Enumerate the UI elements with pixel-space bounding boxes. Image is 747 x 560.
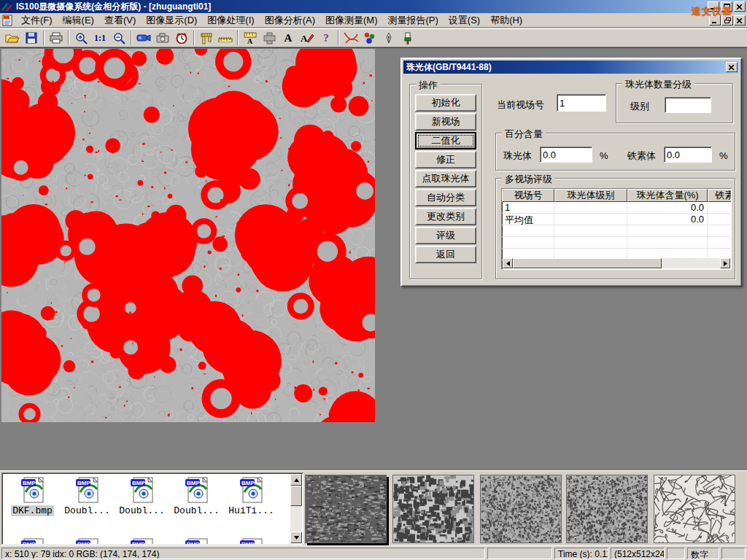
file-name[interactable]: Doubl...: [63, 505, 111, 516]
menu-help[interactable]: 帮助(H): [485, 12, 527, 28]
phase-count-icon[interactable]: [360, 30, 379, 46]
specimen-image[interactable]: [1, 49, 375, 422]
menu-edit[interactable]: 编辑(E): [58, 12, 99, 28]
thumbnail-image[interactable]: [654, 475, 735, 543]
video-camera-icon[interactable]: [134, 30, 153, 46]
toolbar-separator: [43, 31, 44, 45]
file-browser[interactable]: BMP DKF.bmp BMP Doubl... BMP Doubl... BM…: [1, 472, 303, 545]
col-grade: 珠光体级别: [554, 189, 627, 202]
auto-classify-button[interactable]: 自动分类: [415, 189, 476, 206]
scroll-up-icon[interactable]: [290, 474, 302, 486]
file-name[interactable]: Doubl...: [117, 505, 166, 516]
file-list-scrollbar[interactable]: [290, 474, 302, 543]
scrollbar-thumb[interactable]: [290, 486, 302, 506]
multifield-group: 多视场评级 视场号 珠光体级别 珠光体含量(%) 铁素体 1 0.0: [495, 178, 735, 279]
actual-size-icon[interactable]: 1:1: [90, 30, 109, 46]
dialog-close-button[interactable]: [726, 62, 738, 72]
caliper-icon[interactable]: [197, 30, 216, 46]
toolbar: 1:1 A A A ?: [0, 28, 747, 47]
scroll-down-icon[interactable]: [290, 532, 302, 543]
zoom-in-icon[interactable]: [71, 30, 90, 46]
dialog-title: 珠光体(GB/T9441-88): [406, 61, 492, 74]
menu-measure-report[interactable]: 测量报告(P): [382, 12, 443, 28]
menu-settings[interactable]: 设置(S): [444, 12, 485, 28]
child-close-button[interactable]: [734, 15, 746, 26]
menu-image-processing[interactable]: 图像处理(I): [202, 12, 259, 28]
close-button[interactable]: [734, 1, 746, 12]
bottom-panel: BMP DKF.bmp BMP Doubl... BMP Doubl... BM…: [0, 470, 747, 545]
menu-image-display[interactable]: 图像显示(D): [141, 12, 202, 28]
current-field-input[interactable]: [557, 94, 606, 112]
text-icon[interactable]: A: [279, 30, 298, 46]
file-name[interactable]: HuiTi...: [227, 505, 275, 516]
pen-icon[interactable]: [379, 30, 398, 46]
open-icon[interactable]: [3, 30, 22, 46]
svg-text:BMP: BMP: [132, 541, 145, 545]
status-panel-empty: [667, 548, 685, 559]
thumbnail-image[interactable]: [566, 475, 648, 543]
status-bar: x: 510 y: 79 idx: 0 RGB: (174, 174, 174)…: [0, 545, 747, 560]
save-icon[interactable]: [22, 30, 41, 46]
rating-table[interactable]: 视场号 珠光体级别 珠光体含量(%) 铁素体 1 0.0 平均值: [501, 188, 732, 270]
bmp-file-icon: BMP: [239, 476, 265, 504]
file-item[interactable]: BMP HuiTi...: [224, 476, 279, 516]
print-icon[interactable]: [47, 30, 66, 46]
menu-image-analysis[interactable]: 图像分析(A): [260, 12, 320, 28]
menu-image-measure[interactable]: 图像测量(M): [320, 12, 383, 28]
ferrite-percent-input[interactable]: [664, 147, 712, 163]
file-name[interactable]: Doubl...: [172, 505, 220, 516]
menu-view[interactable]: 查看(V): [99, 12, 141, 28]
timer-icon[interactable]: [172, 30, 191, 46]
current-field-label: 当前视场号: [497, 98, 544, 112]
measure-text-icon[interactable]: A: [241, 30, 260, 46]
file-item[interactable]: BMP Doubl...: [115, 476, 169, 516]
thumbnail-image[interactable]: [305, 475, 387, 543]
table-row[interactable]: 平均值 0.0: [502, 214, 731, 225]
zoom-out-icon[interactable]: [109, 30, 128, 46]
scrollbar-track[interactable]: [513, 258, 720, 268]
correct-button[interactable]: 修正: [415, 151, 476, 168]
file-item[interactable]: BMP Doubl...: [60, 476, 115, 516]
grade-input[interactable]: [665, 97, 711, 113]
scroll-right-icon[interactable]: [720, 258, 730, 268]
thumbnail-image[interactable]: [392, 475, 474, 543]
ruler-icon[interactable]: [216, 30, 235, 46]
return-button[interactable]: 返回: [415, 246, 476, 263]
file-name[interactable]: DKF.bmp: [11, 505, 54, 516]
multifield-group-label: 多视场评级: [502, 173, 555, 186]
table-horizontal-scrollbar[interactable]: [503, 258, 730, 268]
initialize-button[interactable]: 初始化: [415, 94, 476, 112]
thumbnail-image[interactable]: [480, 475, 562, 543]
photo-camera-icon[interactable]: [153, 30, 172, 46]
new-field-button[interactable]: 新视场: [415, 113, 476, 131]
percent-group: 百分含量 珠光体 % 铁素体 %: [495, 133, 735, 171]
menu-file[interactable]: 文件(F): [16, 12, 58, 28]
dialog-title-bar[interactable]: 珠光体(GB/T9441-88): [403, 61, 739, 74]
workspace: 珠光体(GB/T9441-88) 操作 初始化 新视场 二值化 修正 点取珠光体…: [0, 47, 747, 470]
ferrite-label: 铁素体: [627, 149, 656, 163]
scroll-left-icon[interactable]: [503, 258, 513, 268]
grade-group: 珠光体数量分级 级别: [616, 83, 733, 123]
table-row-empty: [502, 225, 731, 237]
binarize-button[interactable]: 二值化: [415, 132, 476, 149]
menu-bar: 文件(F) 编辑(E) 查看(V) 图像显示(D) 图像处理(I) 图像分析(A…: [0, 13, 747, 28]
pearlite-percent-input[interactable]: [540, 147, 592, 163]
cell-grade: [554, 202, 627, 213]
file-item[interactable]: BMP DKF.bmp: [5, 476, 60, 516]
brush-icon[interactable]: [398, 30, 417, 46]
rate-button[interactable]: 评级: [415, 227, 476, 244]
file-item[interactable]: BMP Doubl...: [169, 476, 224, 516]
table-row[interactable]: 1 0.0: [502, 202, 731, 214]
svg-text:A: A: [301, 33, 308, 44]
help-icon[interactable]: ?: [317, 30, 336, 46]
bmp-file-icon: BMP: [74, 476, 101, 504]
grade-label: 级别: [630, 100, 649, 113]
scrollbar-thumb[interactable]: [513, 258, 662, 268]
mode-status: 数字: [687, 548, 719, 559]
change-class-button[interactable]: 更改类别: [415, 208, 476, 225]
toolbar-separator: [338, 31, 339, 45]
annotate-icon[interactable]: A: [298, 30, 317, 46]
curve-tool-icon[interactable]: [341, 30, 360, 46]
grid-icon[interactable]: [260, 30, 279, 46]
pick-pearlite-button[interactable]: 点取珠光体: [415, 170, 476, 187]
